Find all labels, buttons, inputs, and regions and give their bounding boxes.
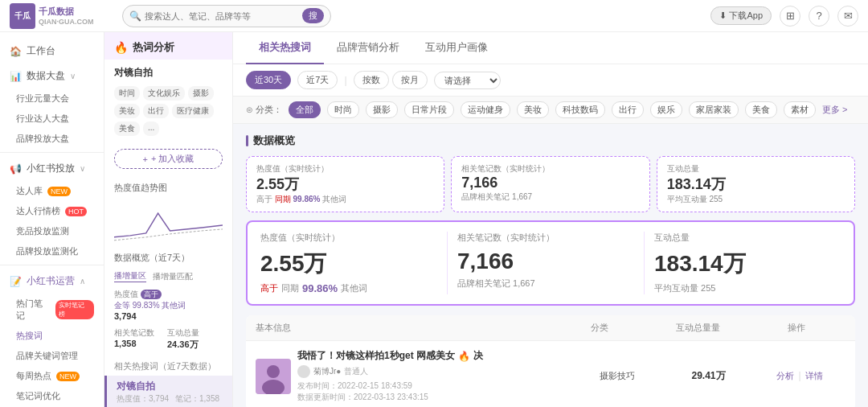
cat-btn-fitness[interactable]: 运动健身	[461, 101, 510, 118]
sidebar-item-kol-rank[interactable]: 达人行情榜HOT	[0, 201, 104, 221]
mini-card-heat-label: 热度值（实时统计）	[256, 163, 434, 175]
filter-by-month[interactable]: 按月	[392, 71, 428, 89]
cat-btn-all[interactable]: 全部	[289, 101, 321, 118]
notes-table: 基本信息 分类 互动总量量 操作 我悟了！	[246, 315, 855, 407]
note-category: 摄影技巧	[571, 370, 663, 382]
cat-btn-entertainment[interactable]: 娱乐	[650, 101, 682, 118]
fire-icon: 🔥	[458, 351, 470, 362]
sidebar-item-kol-lib[interactable]: 达人库NEW	[0, 181, 104, 201]
data-ocean-subitems: 行业元量大会 行业达人大盘 品牌投放大盘	[0, 88, 104, 149]
logo-text: 千瓜数据	[39, 6, 94, 18]
h-stat-heat-label: 热度值（实时统计）	[260, 232, 437, 244]
col-header-interaction: 互动总量量	[649, 322, 747, 334]
tab-related[interactable]: 相关热搜词	[246, 32, 324, 64]
cat-btn-daily[interactable]: 日常片段	[404, 101, 454, 118]
sidebar-item-hot-search[interactable]: 热搜词	[0, 326, 104, 346]
hot-word-item[interactable]: 对镜自拍 热度值：3,794笔记：1,358	[104, 376, 232, 407]
data-ocean-icon: 📊	[10, 71, 22, 82]
update-time: 数据更新时间：2022-03-13 23:43:15	[297, 392, 571, 403]
mini-card-notes-sub: 品牌相关笔记 1,667	[461, 191, 639, 203]
filter-select[interactable]: 请选择	[434, 72, 501, 89]
h-stat-notes-sub: 品牌相关笔记 1,667	[457, 278, 634, 290]
mini-card-interaction-value: 183.14万	[667, 175, 845, 194]
tag-beauty: 美妆	[114, 104, 140, 118]
search-icon: 🔍	[129, 10, 141, 22]
spread-area-tab[interactable]: 播增量区	[114, 270, 146, 282]
xhs-ops-icon: 📝	[10, 276, 22, 287]
plus-icon: +	[143, 154, 148, 164]
sidebar-item-industry[interactable]: 行业元量大会	[0, 88, 104, 109]
sidebar-item-xhs-put[interactable]: 📢 小红书投放 ∨	[0, 156, 104, 181]
data-section: 数据概览 热度值（实时统计） 2.55万 高于 同期 99.86% 其他词 相关…	[233, 124, 868, 407]
heat-value: 3,794	[114, 311, 186, 321]
heat-stat-row: 热度值 高于 金等 99.83% 其他词 3,794	[104, 286, 232, 324]
more-categories-btn[interactable]: 更多 >	[822, 104, 847, 116]
post-time: 发布时间：2022-02-15 18:43:59	[297, 380, 571, 392]
topic-tags: 时间 文化娱乐 摄影 美妆 出行 医疗健康 美食 ...	[104, 83, 232, 142]
sidebar-item-brand-mgmt[interactable]: 品牌关键词管理	[0, 346, 104, 366]
tab-brand[interactable]: 品牌营销分析	[324, 32, 412, 64]
date-btn-7days[interactable]: 近7天	[297, 71, 338, 89]
sidebar-item-hot-note[interactable]: 热门笔记实时笔记榜	[0, 294, 104, 326]
mail-icon-btn[interactable]: ✉	[837, 6, 858, 27]
spread-match-tab[interactable]: 播增量匹配	[153, 271, 193, 282]
note-actions: 分析 | 详情	[754, 370, 845, 382]
cat-btn-material[interactable]: 素材	[784, 101, 816, 118]
sidebar-item-compete[interactable]: 竞品投放监测	[0, 221, 104, 241]
sidebar-item-brand[interactable]: 品牌投放大盘	[0, 129, 104, 149]
tab-user[interactable]: 互动用户画像	[412, 32, 501, 64]
h-stat-heat: 热度值（实时统计） 2.55万 高于 同期 99.86% 其他词	[260, 232, 448, 294]
workbench-icon: 🏠	[10, 46, 22, 57]
cat-btn-travel[interactable]: 出行	[612, 101, 644, 118]
cat-btn-beauty[interactable]: 美妆	[517, 101, 549, 118]
trend-label: 热度值趋势图	[104, 175, 232, 197]
xhs-put-subitems: 达人库NEW 达人行情榜HOT 竞品投放监测 品牌投放监测化	[0, 181, 104, 261]
filter-by-count[interactable]: 按数	[354, 71, 389, 89]
mini-card-heat: 热度值（实时统计） 2.55万 高于 同期 99.86% 其他词	[246, 156, 444, 212]
tag-time: 时间	[114, 86, 140, 101]
col-header-action: 操作	[747, 322, 845, 334]
analyze-link[interactable]: 分析	[776, 371, 794, 380]
add-collect-button[interactable]: + + 加入收藏	[114, 149, 223, 169]
question-icon-btn[interactable]: ?	[809, 6, 829, 27]
filter-separator: |	[344, 75, 346, 86]
note-interaction-stats: 相关笔记数 1,358 互动总量 24.36万	[104, 324, 232, 354]
h-stat-heat-sub: 高于 同期 99.86% 其他词	[260, 282, 437, 294]
highlighted-stats-card: 热度值（实时统计） 2.55万 高于 同期 99.86% 其他词 相关笔记数（实…	[246, 220, 855, 306]
h-stat-heat-value: 2.55万	[260, 249, 437, 279]
logo-sub: QIAN·GUA.COM	[39, 18, 94, 26]
cat-btn-food[interactable]: 美食	[745, 101, 777, 118]
note-info: 我悟了！对镜这样拍1秒get 网感美女 🔥 决 菊博Jr● 普通人 发布时间：2…	[297, 349, 571, 403]
grid-icon-btn[interactable]: ⊞	[780, 6, 800, 27]
sidebar-item-note-opt[interactable]: 笔记词优化	[0, 386, 104, 406]
sidebar-divider-2	[0, 265, 104, 265]
cat-btn-home[interactable]: 家居家装	[689, 101, 739, 118]
sidebar-item-kol[interactable]: 行业达人大盘	[0, 109, 104, 129]
cat-btn-photo[interactable]: 摄影	[366, 101, 398, 118]
main-content: 相关热搜词 品牌营销分析 互动用户画像 近30天 近7天 | 按数 按月 请选择…	[233, 32, 868, 407]
panel-header: 🔥 热词分析	[104, 32, 232, 60]
search-button[interactable]: 搜	[302, 8, 324, 23]
date-btn-30days[interactable]: 近30天	[246, 71, 291, 89]
search-input[interactable]	[145, 11, 302, 21]
cat-btn-tech[interactable]: 科技数码	[555, 101, 605, 118]
author-avatar	[297, 365, 310, 378]
cat-btn-fashion[interactable]: 时尚	[327, 101, 359, 118]
mini-stats-title: 数据概览（近7天）	[104, 245, 232, 267]
note-meta: 发布时间：2022-02-15 18:43:59 数据更新时间：2022-03-…	[297, 380, 571, 403]
sidebar-item-data-ocean[interactable]: 📊 数据大盘 ∨	[0, 64, 104, 88]
sidebar-item-brand-watch[interactable]: 品牌投放监测化	[0, 241, 104, 261]
tag-photo: 摄影	[188, 86, 214, 101]
download-app-button[interactable]: ⬇ 下载App	[710, 6, 772, 25]
panel-title: 热词分析	[133, 40, 174, 55]
sidebar-item-workbench[interactable]: 🏠 工作台	[0, 39, 104, 64]
logo-icon: 千瓜	[10, 3, 35, 29]
table-row: 我悟了！对镜这样拍1秒get 网感美女 🔥 决 菊博Jr● 普通人 发布时间：2…	[246, 341, 855, 407]
detail-link[interactable]: 详情	[805, 371, 823, 380]
note-interaction: 29.41万	[663, 369, 755, 383]
sidebar-item-xhs-ops[interactable]: 📝 小红书运营 ∧	[0, 269, 104, 294]
sidebar-item-weekly[interactable]: 每周热点NEW	[0, 366, 104, 386]
h-stat-interaction-label: 互动总量	[654, 232, 831, 244]
download-icon: ⬇	[719, 10, 727, 21]
hot-badge: HOT	[65, 207, 87, 216]
